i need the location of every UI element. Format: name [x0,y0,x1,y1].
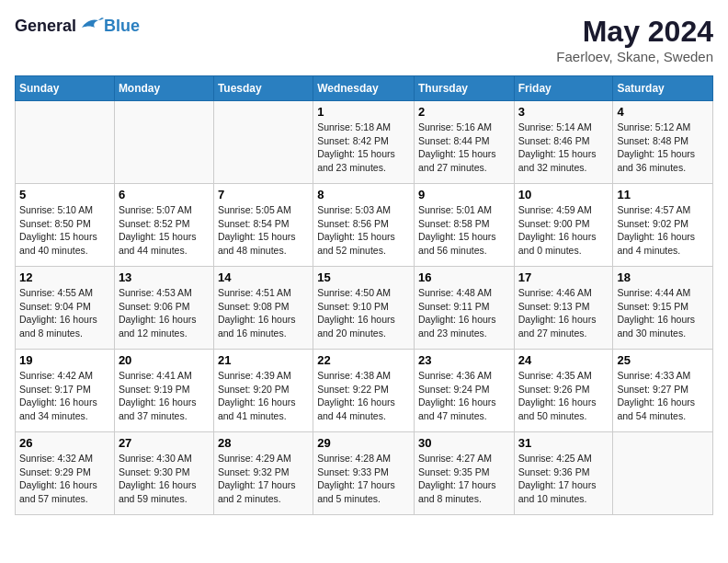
calendar-header-thursday: Thursday [414,76,514,101]
calendar-cell [16,101,115,184]
day-number: 25 [617,353,709,367]
day-number: 29 [317,436,410,450]
calendar-cell: 11Sunrise: 4:57 AM Sunset: 9:02 PM Dayli… [613,184,713,267]
month-title: May 2024 [556,15,713,49]
day-info: Sunrise: 4:35 AM Sunset: 9:26 PM Dayligh… [518,369,609,423]
calendar-cell: 3Sunrise: 5:14 AM Sunset: 8:46 PM Daylig… [514,101,613,184]
calendar-cell: 26Sunrise: 4:32 AM Sunset: 9:29 PM Dayli… [16,432,115,515]
calendar-cell: 20Sunrise: 4:41 AM Sunset: 9:19 PM Dayli… [114,350,213,432]
day-info: Sunrise: 5:12 AM Sunset: 8:48 PM Dayligh… [617,121,709,175]
day-number: 6 [119,188,210,201]
calendar-cell: 18Sunrise: 4:44 AM Sunset: 9:15 PM Dayli… [613,267,713,350]
calendar-table: SundayMondayTuesdayWednesdayThursdayFrid… [15,75,713,515]
calendar-cell: 19Sunrise: 4:42 AM Sunset: 9:17 PM Dayli… [16,350,115,432]
calendar-cell: 10Sunrise: 4:59 AM Sunset: 9:00 PM Dayli… [514,184,613,267]
day-number: 24 [518,353,609,367]
calendar-cell: 22Sunrise: 4:38 AM Sunset: 9:22 PM Dayli… [313,350,415,432]
day-info: Sunrise: 4:33 AM Sunset: 9:27 PM Dayligh… [617,369,709,423]
day-info: Sunrise: 5:18 AM Sunset: 8:42 PM Dayligh… [317,121,410,175]
calendar-cell: 5Sunrise: 5:10 AM Sunset: 8:50 PM Daylig… [16,184,115,267]
calendar-header-monday: Monday [114,76,213,101]
day-number: 22 [317,353,410,367]
day-info: Sunrise: 4:38 AM Sunset: 9:22 PM Dayligh… [317,369,410,423]
calendar-header-friday: Friday [514,76,613,101]
page-header: General Blue May 2024 Faerloev, Skane, S… [15,15,713,64]
day-number: 10 [518,188,609,201]
calendar-cell: 30Sunrise: 4:27 AM Sunset: 9:35 PM Dayli… [414,432,514,515]
day-number: 21 [218,353,309,367]
day-info: Sunrise: 5:14 AM Sunset: 8:46 PM Dayligh… [518,121,609,175]
calendar-cell: 16Sunrise: 4:48 AM Sunset: 9:11 PM Dayli… [414,267,514,350]
day-info: Sunrise: 5:07 AM Sunset: 8:52 PM Dayligh… [119,203,210,258]
day-info: Sunrise: 4:48 AM Sunset: 9:11 PM Dayligh… [418,286,510,340]
calendar-week-1: 1Sunrise: 5:18 AM Sunset: 8:42 PM Daylig… [16,101,713,184]
day-info: Sunrise: 4:59 AM Sunset: 9:00 PM Dayligh… [518,203,609,258]
calendar-week-2: 5Sunrise: 5:10 AM Sunset: 8:50 PM Daylig… [16,184,713,267]
day-number: 7 [218,188,309,201]
day-info: Sunrise: 4:27 AM Sunset: 9:35 PM Dayligh… [418,452,510,506]
day-number: 17 [518,270,609,284]
calendar-cell: 25Sunrise: 4:33 AM Sunset: 9:27 PM Dayli… [613,350,713,432]
day-number: 11 [617,188,709,201]
day-number: 26 [19,436,110,450]
logo-bird-icon [78,15,104,35]
calendar-cell [213,101,313,184]
calendar-week-5: 26Sunrise: 4:32 AM Sunset: 9:29 PM Dayli… [16,432,713,515]
calendar-header-row: SundayMondayTuesdayWednesdayThursdayFrid… [16,76,713,101]
calendar-week-3: 12Sunrise: 4:55 AM Sunset: 9:04 PM Dayli… [16,267,713,350]
calendar-cell: 14Sunrise: 4:51 AM Sunset: 9:08 PM Dayli… [213,267,313,350]
day-info: Sunrise: 4:53 AM Sunset: 9:06 PM Dayligh… [119,286,210,340]
day-number: 9 [418,188,510,201]
day-number: 18 [617,270,709,284]
day-number: 20 [119,353,210,367]
day-number: 27 [119,436,210,450]
day-info: Sunrise: 4:42 AM Sunset: 9:17 PM Dayligh… [19,369,110,423]
day-info: Sunrise: 4:29 AM Sunset: 9:32 PM Dayligh… [218,452,309,506]
day-info: Sunrise: 5:03 AM Sunset: 8:56 PM Dayligh… [317,203,410,258]
calendar-week-4: 19Sunrise: 4:42 AM Sunset: 9:17 PM Dayli… [16,350,713,432]
day-number: 31 [518,436,609,450]
location: Faerloev, Skane, Sweden [556,49,713,64]
day-info: Sunrise: 4:39 AM Sunset: 9:20 PM Dayligh… [218,369,309,423]
day-info: Sunrise: 4:30 AM Sunset: 9:30 PM Dayligh… [119,452,210,506]
calendar-cell: 6Sunrise: 5:07 AM Sunset: 8:52 PM Daylig… [114,184,213,267]
calendar-cell: 27Sunrise: 4:30 AM Sunset: 9:30 PM Dayli… [114,432,213,515]
day-info: Sunrise: 4:36 AM Sunset: 9:24 PM Dayligh… [418,369,510,423]
day-number: 5 [19,188,110,201]
calendar-header-sunday: Sunday [16,76,115,101]
calendar-cell: 17Sunrise: 4:46 AM Sunset: 9:13 PM Dayli… [514,267,613,350]
day-info: Sunrise: 4:46 AM Sunset: 9:13 PM Dayligh… [518,286,609,340]
day-number: 28 [218,436,309,450]
day-number: 30 [418,436,510,450]
calendar-cell: 29Sunrise: 4:28 AM Sunset: 9:33 PM Dayli… [313,432,415,515]
day-info: Sunrise: 4:55 AM Sunset: 9:04 PM Dayligh… [19,286,110,340]
day-info: Sunrise: 5:05 AM Sunset: 8:54 PM Dayligh… [218,203,309,258]
calendar-cell [114,101,213,184]
title-block: May 2024 Faerloev, Skane, Sweden [556,15,713,64]
day-number: 3 [518,105,609,119]
day-info: Sunrise: 4:57 AM Sunset: 9:02 PM Dayligh… [617,203,709,258]
day-number: 19 [19,353,110,367]
logo-general: General [15,17,76,36]
logo: General Blue [15,15,140,37]
day-info: Sunrise: 4:44 AM Sunset: 9:15 PM Dayligh… [617,286,709,340]
calendar-cell: 23Sunrise: 4:36 AM Sunset: 9:24 PM Dayli… [414,350,514,432]
calendar-cell: 4Sunrise: 5:12 AM Sunset: 8:48 PM Daylig… [613,101,713,184]
calendar-cell: 21Sunrise: 4:39 AM Sunset: 9:20 PM Dayli… [213,350,313,432]
day-info: Sunrise: 4:32 AM Sunset: 9:29 PM Dayligh… [19,452,110,506]
calendar-cell: 2Sunrise: 5:16 AM Sunset: 8:44 PM Daylig… [414,101,514,184]
logo-blue: Blue [104,17,140,36]
calendar-cell: 9Sunrise: 5:01 AM Sunset: 8:58 PM Daylig… [414,184,514,267]
calendar-cell: 12Sunrise: 4:55 AM Sunset: 9:04 PM Dayli… [16,267,115,350]
day-info: Sunrise: 4:50 AM Sunset: 9:10 PM Dayligh… [317,286,410,340]
day-number: 15 [317,270,410,284]
calendar-header-wednesday: Wednesday [313,76,415,101]
calendar-cell: 24Sunrise: 4:35 AM Sunset: 9:26 PM Dayli… [514,350,613,432]
day-info: Sunrise: 4:41 AM Sunset: 9:19 PM Dayligh… [119,369,210,423]
logo-text: General Blue [15,15,140,37]
calendar-cell: 1Sunrise: 5:18 AM Sunset: 8:42 PM Daylig… [313,101,415,184]
day-number: 23 [418,353,510,367]
day-info: Sunrise: 4:51 AM Sunset: 9:08 PM Dayligh… [218,286,309,340]
day-number: 16 [418,270,510,284]
calendar-header-saturday: Saturday [613,76,713,101]
